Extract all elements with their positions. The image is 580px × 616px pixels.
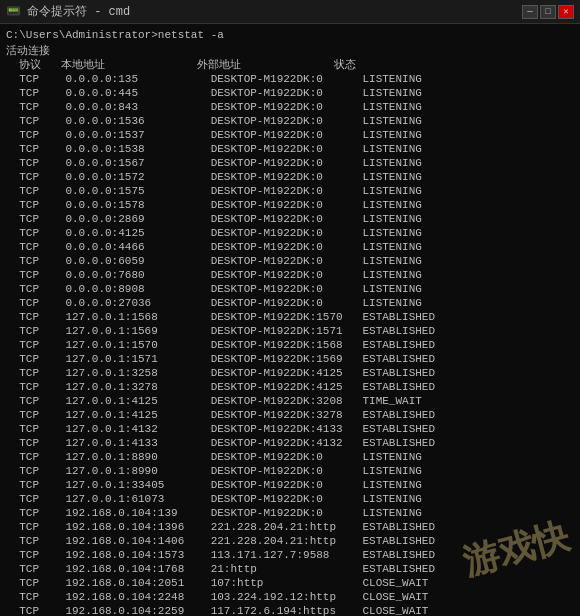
- table-row: TCP 0.0.0.0:1578 DESKTOP-M1922DK:0 LISTE…: [6, 198, 574, 212]
- close-button[interactable]: ✕: [558, 5, 574, 19]
- window-title: 命令提示符 - cmd: [27, 3, 130, 20]
- window: 📟 命令提示符 - cmd — □ ✕ C:\Users\Administrat…: [0, 0, 580, 616]
- table-row: TCP 127.0.0.1:33405 DESKTOP-M1922DK:0 LI…: [6, 478, 574, 492]
- table-row: TCP 0.0.0.0:7680 DESKTOP-M1922DK:0 LISTE…: [6, 268, 574, 282]
- table-row: TCP 0.0.0.0:8908 DESKTOP-M1922DK:0 LISTE…: [6, 282, 574, 296]
- table-row: TCP 127.0.0.1:8890 DESKTOP-M1922DK:0 LIS…: [6, 450, 574, 464]
- table-row: TCP 127.0.0.1:3278 DESKTOP-M1922DK:4125 …: [6, 380, 574, 394]
- table-row: TCP 127.0.0.1:1570 DESKTOP-M1922DK:1568 …: [6, 338, 574, 352]
- title-bar-controls[interactable]: — □ ✕: [522, 5, 574, 19]
- table-row: TCP 0.0.0.0:1572 DESKTOP-M1922DK:0 LISTE…: [6, 170, 574, 184]
- title-bar-left: 📟 命令提示符 - cmd: [6, 3, 130, 20]
- table-row: TCP 192.168.0.104:2051 107:http CLOSE_WA…: [6, 576, 574, 590]
- cmd-icon: 📟: [6, 4, 21, 19]
- table-row: TCP 0.0.0.0:1536 DESKTOP-M1922DK:0 LISTE…: [6, 114, 574, 128]
- table-row: TCP 0.0.0.0:445 DESKTOP-M1922DK:0 LISTEN…: [6, 86, 574, 100]
- table-row: TCP 192.168.0.104:1768 21:http ESTABLISH…: [6, 562, 574, 576]
- table-row: TCP 127.0.0.1:4133 DESKTOP-M1922DK:4132 …: [6, 436, 574, 450]
- maximize-button[interactable]: □: [540, 5, 556, 19]
- table-row: TCP 192.168.0.104:1406 221.228.204.21:ht…: [6, 534, 574, 548]
- table-row: TCP 192.168.0.104:2259 117.172.6.194:htt…: [6, 604, 574, 616]
- terminal-body: C:\Users\Administrator>netstat -a 活动连接 协…: [0, 24, 580, 616]
- table-row: TCP 0.0.0.0:6059 DESKTOP-M1922DK:0 LISTE…: [6, 254, 574, 268]
- table-row: TCP 0.0.0.0:4125 DESKTOP-M1922DK:0 LISTE…: [6, 226, 574, 240]
- table-row: TCP 127.0.0.1:1571 DESKTOP-M1922DK:1569 …: [6, 352, 574, 366]
- table-row: TCP 192.168.0.104:139 DESKTOP-M1922DK:0 …: [6, 506, 574, 520]
- table-row: TCP 0.0.0.0:1567 DESKTOP-M1922DK:0 LISTE…: [6, 156, 574, 170]
- table-row: TCP 127.0.0.1:4125 DESKTOP-M1922DK:3208 …: [6, 394, 574, 408]
- table-row: TCP 0.0.0.0:1538 DESKTOP-M1922DK:0 LISTE…: [6, 142, 574, 156]
- table-row: TCP 192.168.0.104:1573 113.171.127.7:958…: [6, 548, 574, 562]
- section-title: 活动连接: [6, 44, 574, 58]
- table-row: TCP 127.0.0.1:1568 DESKTOP-M1922DK:1570 …: [6, 310, 574, 324]
- table-row: TCP 0.0.0.0:1575 DESKTOP-M1922DK:0 LISTE…: [6, 184, 574, 198]
- table-row: TCP 0.0.0.0:1537 DESKTOP-M1922DK:0 LISTE…: [6, 128, 574, 142]
- table-row: TCP 127.0.0.1:8990 DESKTOP-M1922DK:0 LIS…: [6, 464, 574, 478]
- title-bar: 📟 命令提示符 - cmd — □ ✕: [0, 0, 580, 24]
- table-row: TCP 0.0.0.0:843 DESKTOP-M1922DK:0 LISTEN…: [6, 100, 574, 114]
- table-row: TCP 127.0.0.1:4132 DESKTOP-M1922DK:4133 …: [6, 422, 574, 436]
- table-row: TCP 0.0.0.0:2869 DESKTOP-M1922DK:0 LISTE…: [6, 212, 574, 226]
- table-row: TCP 127.0.0.1:1569 DESKTOP-M1922DK:1571 …: [6, 324, 574, 338]
- table-row: TCP 0.0.0.0:135 DESKTOP-M1922DK:0 LISTEN…: [6, 72, 574, 86]
- table-row: TCP 0.0.0.0:27036 DESKTOP-M1922DK:0 LIST…: [6, 296, 574, 310]
- table-row: TCP 0.0.0.0:4466 DESKTOP-M1922DK:0 LISTE…: [6, 240, 574, 254]
- rows-container: TCP 0.0.0.0:135 DESKTOP-M1922DK:0 LISTEN…: [6, 72, 574, 616]
- prompt-line: C:\Users\Administrator>netstat -a: [6, 28, 574, 42]
- table-row: TCP 127.0.0.1:3258 DESKTOP-M1922DK:4125 …: [6, 366, 574, 380]
- table-row: TCP 192.168.0.104:1396 221.228.204.21:ht…: [6, 520, 574, 534]
- table-row: TCP 127.0.0.1:4125 DESKTOP-M1922DK:3278 …: [6, 408, 574, 422]
- table-row: TCP 127.0.0.1:61073 DESKTOP-M1922DK:0 LI…: [6, 492, 574, 506]
- minimize-button[interactable]: —: [522, 5, 538, 19]
- col-headers: 协议 本地地址 外部地址 状态: [6, 58, 574, 72]
- table-row: TCP 192.168.0.104:2248 103.224.192.12:ht…: [6, 590, 574, 604]
